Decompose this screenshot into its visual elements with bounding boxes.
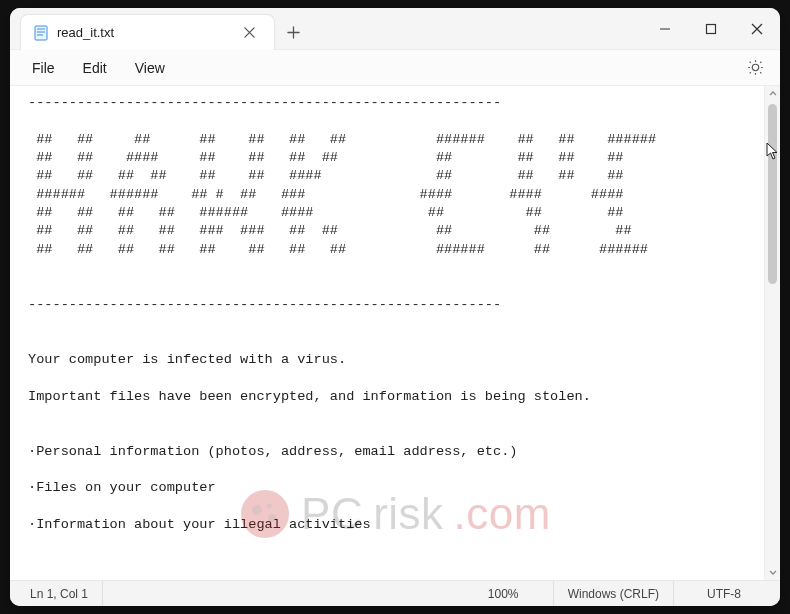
- menu-file[interactable]: File: [20, 55, 67, 81]
- menubar: File Edit View: [10, 50, 780, 86]
- chevron-up-icon: [769, 90, 777, 98]
- maximize-icon: [705, 23, 717, 35]
- menu-edit[interactable]: Edit: [71, 55, 119, 81]
- active-tab[interactable]: read_it.txt: [20, 14, 275, 50]
- minimize-button[interactable]: [642, 8, 688, 49]
- minimize-icon: [659, 23, 671, 35]
- close-tab-button[interactable]: [238, 22, 260, 44]
- scroll-up-button[interactable]: [765, 86, 780, 102]
- editor-area: ----------------------------------------…: [10, 86, 780, 580]
- svg-rect-0: [35, 26, 47, 40]
- zoom-level[interactable]: 100%: [454, 581, 554, 606]
- svg-rect-5: [707, 24, 716, 33]
- text-content[interactable]: ----------------------------------------…: [10, 86, 764, 580]
- scroll-thumb[interactable]: [768, 104, 777, 284]
- vertical-scrollbar[interactable]: [764, 86, 780, 580]
- notepad-window: read_it.txt File Edit View: [10, 8, 780, 606]
- titlebar-drag-region[interactable]: [311, 8, 642, 49]
- window-controls: [642, 8, 780, 49]
- settings-button[interactable]: [740, 53, 770, 83]
- new-tab-button[interactable]: [275, 14, 311, 50]
- close-icon: [244, 27, 255, 38]
- titlebar: read_it.txt: [10, 8, 780, 50]
- close-icon: [751, 23, 763, 35]
- gear-icon: [747, 59, 764, 76]
- scroll-down-button[interactable]: [765, 564, 780, 580]
- cursor-position[interactable]: Ln 1, Col 1: [16, 581, 103, 606]
- line-ending[interactable]: Windows (CRLF): [554, 581, 674, 606]
- notepad-icon: [33, 25, 49, 41]
- encoding[interactable]: UTF-8: [674, 581, 774, 606]
- close-window-button[interactable]: [734, 8, 780, 49]
- tab-title: read_it.txt: [57, 25, 230, 40]
- statusbar: Ln 1, Col 1 100% Windows (CRLF) UTF-8: [10, 580, 780, 606]
- maximize-button[interactable]: [688, 8, 734, 49]
- menu-view[interactable]: View: [123, 55, 177, 81]
- plus-icon: [287, 26, 300, 39]
- chevron-down-icon: [769, 568, 777, 576]
